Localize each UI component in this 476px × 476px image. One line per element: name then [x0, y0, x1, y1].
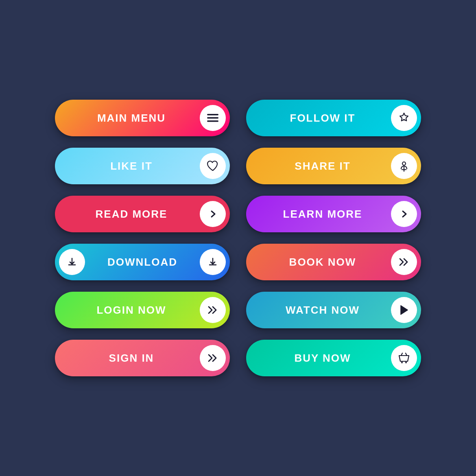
- play-icon: [391, 297, 417, 323]
- sign-in-arrow-icon: [200, 345, 226, 371]
- share-it-button[interactable]: SHARE IT: [246, 148, 421, 184]
- svg-rect-0: [207, 114, 218, 116]
- learn-more-arrow-icon: [391, 201, 417, 227]
- svg-point-8: [405, 362, 407, 363]
- like-it-label: LIKE IT: [67, 160, 200, 172]
- login-now-button[interactable]: LOGIN NOW: [55, 292, 230, 328]
- learn-more-button[interactable]: LEARN MORE: [246, 196, 421, 232]
- book-now-label: BOOK NOW: [258, 256, 391, 269]
- watch-now-label: WATCH NOW: [258, 304, 391, 317]
- download-button[interactable]: DOWNLOAD: [55, 244, 230, 280]
- svg-point-6: [209, 210, 217, 218]
- double-chevron-icon: [391, 249, 417, 275]
- buy-now-button[interactable]: BUY NOW: [246, 340, 421, 376]
- download-label: DOWNLOAD: [85, 256, 200, 269]
- like-it-button[interactable]: LIKE IT: [55, 148, 230, 184]
- download-right-icon: [200, 249, 226, 275]
- follow-it-button[interactable]: FOLLOW IT: [246, 100, 421, 136]
- read-more-label: READ MORE: [67, 208, 200, 221]
- svg-point-7: [401, 362, 403, 363]
- svg-rect-1: [207, 117, 218, 119]
- button-grid: MAIN MENU FOLLOW IT LIKE IT SHARE IT: [31, 75, 445, 401]
- read-more-button[interactable]: READ MORE: [55, 196, 230, 232]
- buy-now-label: BUY NOW: [258, 352, 391, 365]
- main-menu-label: MAIN MENU: [67, 112, 200, 124]
- star-icon: [391, 105, 417, 131]
- sign-in-label: SIGN IN: [67, 352, 200, 365]
- watch-now-button[interactable]: WATCH NOW: [246, 292, 421, 328]
- arrow-right-icon: [200, 201, 226, 227]
- login-double-arrow-icon: [200, 297, 226, 323]
- book-now-button[interactable]: BOOK NOW: [246, 244, 421, 280]
- share-icon: [391, 153, 417, 179]
- heart-icon: [200, 153, 226, 179]
- menu-icon: [200, 105, 226, 131]
- download-left-icon: [59, 249, 85, 275]
- svg-rect-2: [207, 120, 218, 122]
- basket-icon: [391, 345, 417, 371]
- follow-it-label: FOLLOW IT: [258, 112, 391, 124]
- main-menu-button[interactable]: MAIN MENU: [55, 100, 230, 136]
- sign-in-button[interactable]: SIGN IN: [55, 340, 230, 376]
- learn-more-label: LEARN MORE: [258, 208, 391, 221]
- share-it-label: SHARE IT: [258, 160, 391, 172]
- svg-point-3: [402, 162, 406, 165]
- login-now-label: LOGIN NOW: [67, 304, 200, 317]
